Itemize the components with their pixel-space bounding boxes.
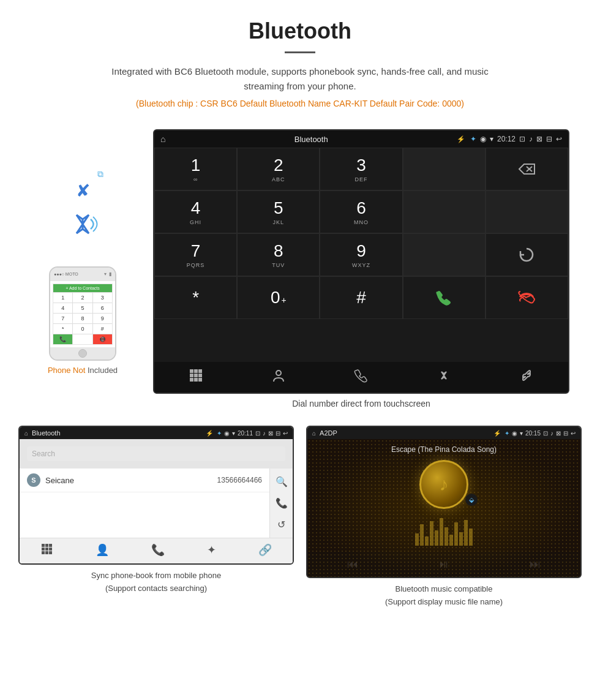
dial-key-1-number: 1 bbox=[191, 156, 201, 175]
pb-screen-icon: ⊟ bbox=[276, 430, 280, 437]
page-header: Bluetooth Integrated with BC6 Bluetooth … bbox=[0, 0, 600, 117]
grid-icon bbox=[189, 368, 203, 383]
endcall-icon bbox=[517, 288, 536, 307]
phone-wifi-icon: ▾ bbox=[104, 271, 107, 277]
pb-home-icon: ⌂ bbox=[24, 430, 28, 437]
dial-bottom-phone-icon[interactable] bbox=[354, 368, 369, 386]
phonebook-caption-line1: Sync phone-book from mobile phone bbox=[91, 570, 221, 582]
dial-key-3[interactable]: 3 DEF bbox=[320, 148, 402, 190]
dial-call-button[interactable] bbox=[403, 276, 486, 319]
dial-bottom-contacts-icon[interactable] bbox=[271, 368, 286, 386]
svg-rect-8 bbox=[194, 374, 198, 377]
dial-bottom-grid-icon[interactable] bbox=[189, 368, 203, 386]
bt-symbol-area bbox=[64, 206, 101, 245]
music-x-icon: ⊠ bbox=[556, 430, 561, 437]
phone-key-hash: # bbox=[93, 324, 112, 334]
phone-container: ✘ ⧉ ●●●○ MOTO ▾ ▮ bbox=[31, 175, 135, 375]
bluetooth-symbol-icon bbox=[64, 206, 101, 243]
pb-bottom-phone-icon[interactable]: 📞 bbox=[151, 543, 165, 559]
bottom-screenshots: ⌂ Bluetooth ⚡ ✦ ◉ ▾ 20:11 ⊡ ♪ ⊠ ⊟ ↩ bbox=[0, 426, 600, 621]
pb-action-call-icon[interactable]: 📞 bbox=[276, 497, 288, 509]
bluetooth-logo: ✘ ⧉ bbox=[76, 181, 90, 201]
dial-caption: Dial number direct from touchscreen bbox=[153, 399, 569, 408]
dial-key-1-sub: ∞ bbox=[193, 176, 198, 183]
svg-rect-23 bbox=[45, 551, 48, 554]
pb-back-icon: ↩ bbox=[283, 430, 288, 437]
pb-time: 20:11 bbox=[238, 430, 253, 437]
phone-bottom bbox=[50, 347, 115, 359]
pb-bottom-grid-icon[interactable] bbox=[41, 543, 53, 559]
dial-key-0[interactable]: 0+ bbox=[237, 276, 320, 319]
phone-key-2: 2 bbox=[73, 293, 92, 303]
dial-bottom-link-icon[interactable] bbox=[519, 368, 534, 386]
svg-rect-19 bbox=[42, 548, 45, 551]
dial-backspace-button[interactable] bbox=[486, 148, 568, 190]
music-time: 20:15 bbox=[525, 430, 541, 437]
phonebook-search-bar[interactable]: Search bbox=[27, 446, 285, 461]
dial-bottom-bluetooth-icon[interactable] bbox=[437, 368, 451, 386]
dial-key-9-sub: WXYZ bbox=[352, 262, 370, 268]
dial-key-hash[interactable]: # bbox=[320, 276, 402, 319]
svg-rect-9 bbox=[198, 374, 202, 377]
svg-rect-12 bbox=[198, 378, 202, 382]
dial-grid: 1 ∞ 2 ABC 3 DEF bbox=[154, 148, 568, 362]
dial-key-2[interactable]: 2 ABC bbox=[237, 148, 320, 190]
dial-key-4-number: 4 bbox=[191, 198, 201, 218]
phone-key-4: 4 bbox=[53, 303, 72, 313]
dial-key-4[interactable]: 4 GHI bbox=[154, 190, 237, 233]
dial-key-9-number: 9 bbox=[356, 241, 366, 261]
dial-title: Bluetooth bbox=[170, 135, 452, 144]
dial-location-icon: ◉ bbox=[480, 135, 486, 143]
dial-key-7-number: 7 bbox=[191, 241, 201, 261]
pb-bottom-bt-icon[interactable]: ✦ bbox=[207, 543, 216, 559]
refresh-icon bbox=[518, 246, 535, 263]
dial-key-star-symbol: * bbox=[192, 288, 199, 307]
dial-usb-icon: ⚡ bbox=[457, 135, 465, 143]
pb-action-search-icon[interactable]: 🔍 bbox=[276, 476, 288, 487]
dial-key-8-sub: TUV bbox=[272, 262, 285, 268]
dial-endcall-button[interactable] bbox=[486, 276, 568, 319]
pb-action-refresh-icon[interactable]: ↺ bbox=[277, 519, 285, 530]
dial-refresh-button[interactable] bbox=[486, 233, 568, 276]
dial-key-hash-symbol: # bbox=[356, 288, 366, 307]
phonebook-block: ⌂ Bluetooth ⚡ ✦ ◉ ▾ 20:11 ⊡ ♪ ⊠ ⊟ ↩ bbox=[18, 426, 294, 609]
pb-signal-icon: ◉ bbox=[224, 430, 230, 437]
pb-vol-icon: ♪ bbox=[263, 430, 266, 437]
phone-screen-inner: + Add to Contacts 1 2 3 4 5 6 7 8 9 * 0 … bbox=[53, 284, 113, 345]
dial-key-1[interactable]: 1 ∞ bbox=[154, 148, 237, 190]
svg-rect-21 bbox=[49, 548, 52, 551]
dial-key-star[interactable]: * bbox=[154, 276, 237, 319]
dial-key-6[interactable]: 6 MNO bbox=[320, 190, 402, 233]
phone-mockup: ●●●○ MOTO ▾ ▮ + Add to Contacts 1 2 3 4 … bbox=[49, 266, 116, 361]
phone-screen-header: + Add to Contacts bbox=[53, 284, 112, 292]
dial-key-7[interactable]: 7 PQRS bbox=[154, 233, 237, 276]
phonebook-list: S Seicane 13566664466 bbox=[20, 469, 269, 538]
dial-camera-icon: ⊡ bbox=[519, 135, 525, 143]
phone-key-empty bbox=[73, 334, 92, 344]
phonebook-caption-line2: (Support contacts searching) bbox=[91, 582, 221, 595]
phone-key-endcall: 📵 bbox=[93, 334, 112, 344]
phonebook-bottom-bar: 👤 📞 ✦ 🔗 bbox=[20, 538, 293, 563]
pb-bt-icon: ✦ bbox=[217, 430, 222, 437]
bluetooth-nav-icon bbox=[437, 368, 451, 383]
music-screen-icon: ⊟ bbox=[563, 430, 568, 437]
music-title: A2DP bbox=[320, 429, 490, 437]
dial-key-7-sub: PQRS bbox=[187, 262, 205, 268]
phonebook-side-actions: 🔍 📞 ↺ bbox=[269, 469, 293, 538]
pb-bottom-person-icon[interactable]: 👤 bbox=[96, 543, 109, 559]
phonebook-search-area: Search bbox=[20, 439, 293, 469]
music-camera-icon: ⊡ bbox=[543, 430, 548, 437]
dial-key-5[interactable]: 5 JKL bbox=[237, 190, 320, 233]
dial-key-8[interactable]: 8 TUV bbox=[237, 233, 320, 276]
phone-key-5: 5 bbox=[73, 303, 92, 313]
dial-screen-container: ⌂ Bluetooth ⚡ ✦ ◉ ▾ 20:12 ⊡ ♪ ⊠ ⊟ ↩ bbox=[153, 129, 569, 420]
pb-bottom-link-icon[interactable]: 🔗 bbox=[258, 543, 272, 559]
dial-key-9[interactable]: 9 WXYZ bbox=[320, 233, 402, 276]
phone-key-star: * bbox=[53, 324, 72, 334]
phone-key-call: 📞 bbox=[53, 334, 72, 344]
music-caption-line1: Bluetooth music compatible bbox=[385, 583, 503, 596]
dial-status-icons: ✦ ◉ ▾ 20:12 ⊡ ♪ ⊠ ⊟ ↩ bbox=[470, 135, 562, 143]
phonebook-caption: Sync phone-book from mobile phone (Suppo… bbox=[91, 570, 221, 595]
phone-home-button bbox=[78, 349, 87, 358]
dial-key-3-sub: DEF bbox=[354, 176, 367, 183]
